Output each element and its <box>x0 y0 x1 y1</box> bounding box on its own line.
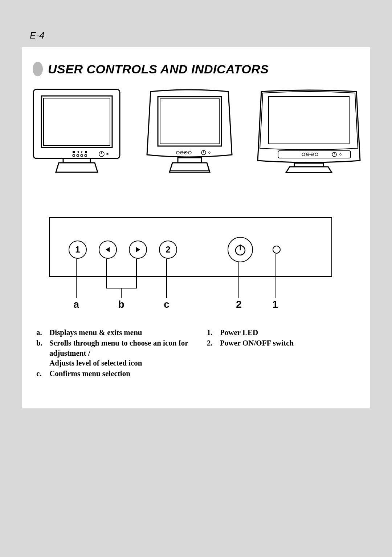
desc-text: Power ON/OFF switch <box>220 338 294 348</box>
power-led <box>273 246 281 254</box>
desc-key: 1. <box>207 328 214 338</box>
svg-marker-40 <box>106 247 110 252</box>
bullet-icon <box>33 62 43 76</box>
desc-key: 2. <box>207 338 214 348</box>
descriptions-left: a. Displays menu & exits menu b. Scrolls… <box>36 328 192 379</box>
monitors-illustration-row <box>29 86 363 174</box>
manual-page: E-4 USER CONTROLS AND INDICATORS <box>0 0 392 557</box>
label-c: c <box>164 299 170 310</box>
label-1: 1 <box>272 299 278 310</box>
control-panel-strip: 1 2 <box>49 217 332 277</box>
control-panel-diagram: 1 2 <box>49 217 332 305</box>
label-b: b <box>118 299 124 310</box>
descriptions: a. Displays menu & exits menu b. Scrolls… <box>29 328 363 379</box>
desc-item-c: c. Confirms menu selection <box>36 369 192 379</box>
page-content: USER CONTROLS AND INDICATORS <box>22 47 370 408</box>
svg-marker-41 <box>136 247 140 252</box>
svg-rect-28 <box>269 97 349 144</box>
desc-key: c. <box>36 369 44 379</box>
svg-rect-14 <box>63 158 90 163</box>
desc-text: Scrolls through menu to choose an icon f… <box>49 338 192 368</box>
descriptions-right: 1. Power LED 2. Power ON/OFF switch <box>207 328 363 379</box>
section-title: USER CONTROLS AND INDICATORS <box>48 62 269 76</box>
power-icon <box>233 242 248 257</box>
svg-rect-16 <box>160 99 219 144</box>
desc-item-a: a. Displays menu & exits menu <box>36 328 192 338</box>
button-1: 1 <box>69 241 87 259</box>
svg-rect-3 <box>73 151 75 153</box>
svg-rect-6 <box>85 151 87 153</box>
button-right <box>129 241 147 259</box>
triangle-left-icon <box>104 246 111 253</box>
button-left <box>99 241 117 259</box>
monitor-illustration-3 <box>256 86 362 174</box>
label-2: 2 <box>236 299 242 310</box>
page-number: E-4 <box>30 30 44 41</box>
svg-rect-2 <box>44 98 110 145</box>
desc-text: Power LED <box>220 328 258 338</box>
monitor-illustration-1 <box>30 86 123 174</box>
label-connectors: a b c 2 1 <box>49 277 332 305</box>
power-button <box>228 237 253 262</box>
button-2: 2 <box>159 241 177 259</box>
desc-item-b: b. Scrolls through menu to choose an ico… <box>36 338 192 368</box>
svg-rect-26 <box>178 158 201 163</box>
label-a: a <box>73 299 79 310</box>
desc-key: a. <box>36 328 44 338</box>
desc-item-2: 2. Power ON/OFF switch <box>207 338 363 348</box>
desc-item-1: 1. Power LED <box>207 328 363 338</box>
triangle-right-icon <box>134 246 142 253</box>
desc-text: Confirms menu selection <box>49 369 130 379</box>
section-header: USER CONTROLS AND INDICATORS <box>33 62 363 76</box>
monitor-illustration-2 <box>143 86 236 174</box>
desc-key: b. <box>36 338 44 368</box>
desc-text: Displays menu & exits menu <box>49 328 142 338</box>
